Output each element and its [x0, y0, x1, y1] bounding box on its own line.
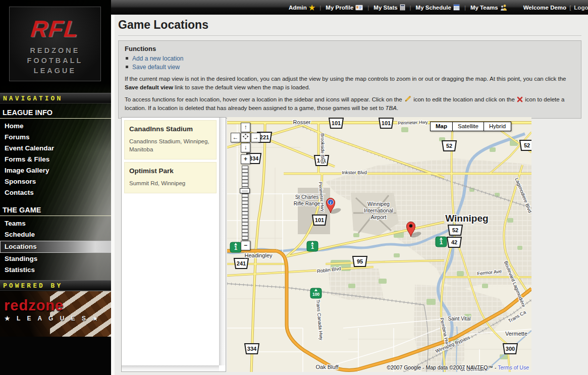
svg-text:52: 52 — [446, 143, 452, 149]
horizontal-scrollbar[interactable] — [122, 365, 219, 371]
location-card[interactable]: CanadInns Stadium CanadInns Stadium, Win… — [124, 120, 217, 159]
svg-text:52: 52 — [452, 227, 458, 233]
page-title: Game Locations — [118, 18, 581, 36]
topbar-item-admin[interactable]: Admin ★ — [287, 4, 317, 11]
map-type-satellite-button[interactable]: Satellite — [452, 122, 484, 131]
highway-shield-1: 1 — [436, 237, 447, 247]
sidebar-item-statistics[interactable]: Statistics — [0, 264, 111, 276]
welcome-user-label: Welcome Demo — [523, 5, 566, 11]
zoom-in-button[interactable]: + — [241, 154, 250, 164]
sidebar-item-teams[interactable]: Teams — [0, 218, 111, 229]
pan-down-button[interactable]: ↓ — [241, 143, 250, 152]
map-canvas[interactable]: 1011012213341011015252524224195334300111… — [227, 117, 531, 372]
sidebar-item-contacts[interactable]: Contacts — [0, 187, 111, 198]
bracket: [ — [569, 5, 571, 11]
zoom-out-button[interactable]: − — [241, 241, 250, 250]
highway-shield-101: 101 — [329, 118, 343, 128]
zoom-slider-handle[interactable] — [240, 188, 250, 193]
highway-shield-241: 241 — [234, 258, 248, 269]
sidebar-item-event-calendar[interactable]: Event Calendar — [0, 143, 111, 154]
logout-link[interactable]: Logout — [574, 5, 588, 11]
map-type-hybrid-button[interactable]: Hybrid — [484, 122, 511, 131]
redzone-logo-text: redzone — [4, 297, 111, 314]
vertical-scrollbar[interactable] — [219, 118, 226, 365]
map-type-switcher: MapSatelliteHybrid — [431, 122, 511, 131]
sidebar-item-sponsors[interactable]: Sponsors — [0, 176, 111, 187]
sidebar-item-schedule[interactable]: Schedule — [0, 229, 111, 240]
location-address: CanadInns Stadium, Winnipeg, Manitoba — [129, 137, 212, 153]
map-label: Winnipeg — [367, 201, 390, 207]
recenter-icon — [242, 133, 249, 140]
map-type-map-button[interactable]: Map — [430, 122, 453, 131]
list-item: Save default view — [126, 64, 575, 71]
separator: | — [317, 5, 324, 11]
map-label: Perimeter Hwy — [398, 120, 428, 126]
zoom-slider-track[interactable] — [242, 166, 248, 240]
highway-shield-100: 100 — [310, 288, 322, 298]
save-default-view-link[interactable]: Save default view — [132, 64, 180, 71]
pan-center-button[interactable] — [241, 133, 250, 142]
svg-text:1: 1 — [311, 244, 314, 250]
svg-text:241: 241 — [237, 260, 246, 266]
terms-of-use-link[interactable]: Terms of Use — [498, 364, 529, 370]
map-label: St Charles — [295, 194, 319, 200]
sidebar-item-image-gallery[interactable]: Image Gallery — [0, 165, 111, 176]
locations-list-panel: CanadInns Stadium CanadInns Stadium, Win… — [121, 117, 226, 372]
nav-section-title-league-info: LEAGUE INFO — [0, 106, 111, 119]
topbar-item-my-schedule[interactable]: My Schedule — [414, 4, 462, 11]
save-default-view-emphasis: Save default view — [125, 84, 173, 90]
topbar-item-my-stats[interactable]: My Stats — [371, 4, 407, 11]
sidebar-nav: LEAGUE INFO HomeForumsEvent CalendarForm… — [0, 106, 111, 281]
logo-initials: RFL — [8, 15, 102, 42]
sidebar-item-forums[interactable]: Forums — [0, 132, 111, 143]
navigation-banner: NAVIGATION — [0, 93, 111, 103]
top-toolbar: Admin ★ | My Profile | My Stats | My Sch… — [111, 0, 588, 15]
svg-text:100: 100 — [312, 292, 319, 297]
svg-text:52: 52 — [524, 142, 530, 148]
pan-right-button[interactable]: → — [251, 133, 260, 142]
functions-heading: Functions — [125, 45, 575, 52]
topbar-item-my-profile[interactable]: My Profile — [324, 5, 365, 11]
svg-text:1: 1 — [234, 245, 237, 251]
highway-shield-300: 300 — [503, 344, 517, 354]
map-label: International — [364, 207, 393, 213]
highway-shield-95: 95 — [353, 256, 367, 266]
svg-text:334: 334 — [249, 155, 259, 162]
nav-list-league-info: HomeForumsEvent CalendarForms & FilesIma… — [0, 121, 111, 198]
map-label: Rifle Range — [294, 201, 320, 206]
sidebar-footer-fill — [0, 337, 111, 375]
tba-emphasis: TBA — [386, 105, 397, 111]
sidebar-item-locations[interactable]: Locations — [0, 241, 111, 253]
location-card[interactable]: Optimist Park Summit Rd, Winnipeg — [124, 162, 217, 193]
separator: | — [407, 5, 414, 11]
sidebar-item-forms-files[interactable]: Forms & Files — [0, 154, 111, 165]
pan-left-button[interactable]: ← — [231, 133, 240, 142]
svg-text:101: 101 — [315, 217, 324, 223]
map-graphic: 1011012213341011015252524224195334300111… — [227, 117, 531, 372]
svg-text:334: 334 — [247, 346, 257, 352]
functions-box: Functions Add a new location Save defaul… — [118, 40, 581, 119]
sidebar-item-standings[interactable]: Standings — [0, 253, 111, 264]
map-label: Airport — [371, 214, 387, 220]
svg-text:101: 101 — [332, 120, 341, 126]
delete-x-icon — [517, 96, 523, 102]
svg-text:101: 101 — [382, 120, 391, 126]
scrollbar-corner — [219, 365, 226, 371]
svg-text:300: 300 — [506, 346, 515, 352]
map-label: Winnipeg — [445, 213, 488, 224]
app-window: RFL REDZONE FOOTBALL LEAGUE NAVIGATION L… — [0, 0, 588, 375]
highway-shield-52: 52 — [442, 141, 456, 151]
map-copyright: ©2007 Google - Map data ©2007 NAVTEQ™ - … — [387, 364, 529, 370]
svg-text:95: 95 — [357, 258, 363, 264]
pan-up-button[interactable]: ↑ — [241, 123, 250, 132]
logo-line: REDZONE — [10, 45, 100, 56]
league-logo: RFL REDZONE FOOTBALL LEAGUE — [9, 7, 101, 81]
location-name: CanadInns Stadium — [129, 125, 212, 133]
sidebar-item-home[interactable]: Home — [0, 121, 111, 132]
add-location-link[interactable]: Add a new location — [132, 55, 183, 62]
calendar-icon — [453, 4, 460, 11]
topbar-item-my-teams[interactable]: My Teams — [468, 4, 509, 11]
logo-line: LEAGUE — [10, 66, 100, 76]
calculator-icon — [400, 4, 405, 11]
highway-shield-1: 1 — [230, 242, 241, 252]
